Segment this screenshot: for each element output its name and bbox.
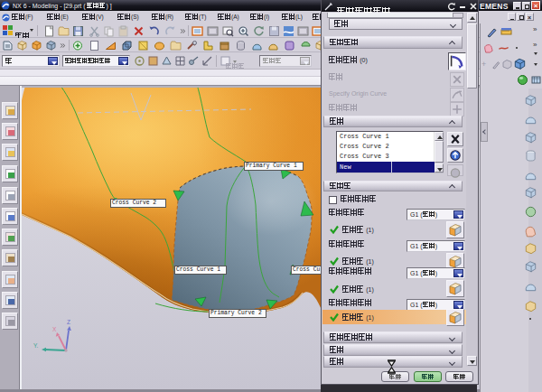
svg-text:X: X [52, 326, 57, 332]
svg-text:Y.: Y. [33, 342, 38, 349]
svg-text:Z: Z [67, 319, 70, 325]
